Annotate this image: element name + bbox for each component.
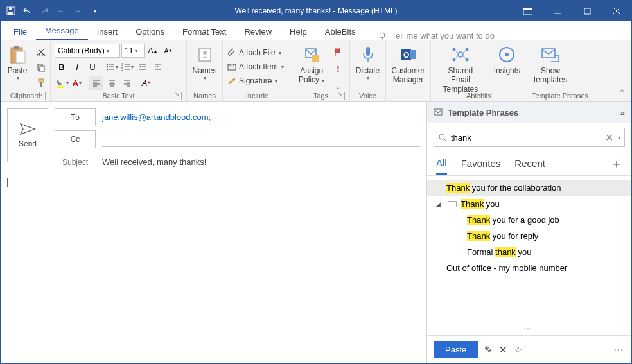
send-icon — [19, 123, 36, 135]
list-item-folder[interactable]: ◢ Thank you — [427, 196, 631, 212]
low-importance-icon[interactable]: ↓ — [331, 78, 345, 92]
tell-me-search[interactable]: Tell me what you want to do — [378, 31, 495, 40]
template-list: Thank you for the collaboration ◢ Thank … — [427, 176, 631, 322]
copy-icon[interactable] — [34, 60, 48, 74]
basic-text-dialog-launcher[interactable] — [174, 92, 182, 100]
font-color-icon[interactable]: A▾ — [70, 76, 84, 90]
list-item[interactable]: Out of office - my mobile number — [427, 260, 631, 276]
collapse-icon[interactable]: ◢ — [436, 201, 444, 207]
search-input[interactable] — [451, 133, 601, 143]
list-item[interactable]: Formal thank you — [427, 244, 631, 260]
tab-options[interactable]: Options — [127, 23, 173, 40]
dictate-button[interactable]: Dictate ▾ — [353, 42, 383, 81]
pane-tab-favorites[interactable]: Favorites — [461, 158, 501, 174]
customer-manager-button[interactable]: O CustomerManager — [389, 42, 428, 85]
pane-resize-grip[interactable]: ⋯ — [427, 322, 631, 335]
tab-file[interactable]: File — [4, 23, 36, 40]
attach-item-button[interactable]: Attach Item▾ — [225, 60, 286, 73]
search-icon — [438, 133, 447, 142]
chevron-down-icon: ▾ — [367, 75, 369, 81]
collapse-ribbon-icon[interactable]: ⌃ — [616, 87, 628, 99]
format-painter-icon[interactable] — [34, 76, 48, 90]
to-field[interactable] — [102, 110, 420, 125]
font-family-select[interactable]: Calibri (Body)▾ — [55, 44, 120, 58]
grow-font-icon[interactable]: A▲ — [146, 44, 160, 58]
flag-icon[interactable] — [331, 45, 345, 59]
svg-rect-6 — [584, 8, 590, 14]
list-item[interactable]: Thank you for the collaboration — [427, 180, 631, 196]
tags-dialog-launcher[interactable] — [337, 92, 345, 100]
align-left-icon[interactable] — [89, 76, 103, 90]
qat-dropdown-icon[interactable]: ▾ — [89, 6, 100, 16]
paste-button[interactable]: Paste ▾ — [3, 42, 31, 81]
subject-field[interactable] — [102, 155, 420, 169]
attach-file-button[interactable]: Attach File▾ — [225, 46, 283, 59]
clear-search-icon[interactable]: ✕ — [605, 132, 613, 144]
address-book-icon — [195, 44, 215, 65]
bold-icon[interactable]: B — [55, 60, 69, 74]
svg-point-68 — [452, 58, 455, 62]
maximize-button[interactable] — [572, 1, 602, 21]
align-center-icon[interactable] — [105, 76, 119, 90]
folder-icon — [448, 201, 457, 207]
font-size-select[interactable]: 11▾ — [121, 44, 145, 58]
underline-icon[interactable]: U — [85, 60, 100, 74]
tab-help[interactable]: Help — [281, 23, 316, 40]
undo-icon[interactable] — [22, 6, 33, 16]
bullets-icon[interactable]: ▾ — [105, 60, 119, 74]
delete-icon[interactable]: ✕ — [499, 344, 507, 356]
add-template-button[interactable]: ＋ — [611, 156, 622, 175]
tab-insert[interactable]: Insert — [88, 23, 127, 40]
italic-icon[interactable]: I — [70, 60, 84, 74]
list-item[interactable]: Thank you for a good job — [427, 212, 631, 228]
message-body[interactable] — [7, 178, 8, 187]
search-dropdown-icon[interactable]: ▾ — [618, 135, 620, 141]
pane-expand-icon[interactable]: » — [620, 108, 625, 117]
shrink-font-icon[interactable]: A▼ — [161, 44, 175, 58]
cut-icon[interactable] — [34, 45, 48, 59]
tab-message[interactable]: Message — [36, 22, 88, 40]
svg-point-9 — [380, 33, 385, 38]
redo-icon[interactable] — [39, 6, 49, 16]
paste-template-button[interactable]: Paste — [434, 341, 478, 358]
numbering-icon[interactable]: 123▾ — [120, 60, 134, 74]
align-right-icon[interactable] — [120, 76, 134, 90]
clipboard-dialog-launcher[interactable] — [38, 92, 46, 100]
edit-icon[interactable]: ✎ — [484, 344, 493, 356]
insights-button[interactable]: Insights — [490, 42, 524, 75]
tab-format-text[interactable]: Format Text — [173, 23, 235, 40]
tab-ablebits[interactable]: AbleBits — [316, 23, 365, 40]
ribbon-display-icon[interactable] — [513, 1, 543, 21]
star-icon[interactable]: ☆ — [514, 344, 522, 356]
cc-button[interactable]: Cc — [55, 130, 96, 148]
show-templates-button[interactable]: Showtemplates — [530, 42, 571, 85]
svg-rect-2 — [9, 7, 12, 10]
pane-tab-all[interactable]: All — [436, 157, 447, 175]
to-button[interactable]: To — [55, 108, 96, 126]
close-button[interactable] — [602, 1, 631, 21]
pen-icon — [227, 76, 236, 85]
pane-tab-recent[interactable]: Recent — [514, 158, 545, 174]
tab-review[interactable]: Review — [235, 23, 281, 40]
decrease-indent-icon[interactable] — [136, 60, 150, 74]
list-item[interactable]: Thank you for reply — [427, 228, 631, 244]
svg-rect-20 — [39, 79, 44, 82]
send-button[interactable]: Send — [7, 108, 48, 162]
high-importance-icon[interactable]: ! — [331, 62, 345, 76]
shared-email-templates-button[interactable]: Shared EmailTemplates — [434, 42, 487, 94]
svg-rect-60 — [366, 47, 370, 56]
svg-rect-59 — [312, 55, 319, 62]
signature-button[interactable]: Signature▾ — [225, 74, 279, 87]
increase-indent-icon[interactable] — [151, 60, 165, 74]
assign-policy-button[interactable]: AssignPolicy ▾ — [295, 42, 328, 85]
clear-formatting-icon[interactable]: A✖ — [139, 76, 154, 90]
pane-search-box[interactable]: ✕ ▾ — [434, 128, 625, 147]
names-button[interactable]: Names ▾ — [189, 42, 220, 81]
templates-icon — [540, 44, 561, 65]
menubar: File Message Insert Options Format Text … — [1, 21, 631, 40]
save-icon[interactable] — [6, 6, 16, 16]
more-options-icon[interactable]: ⋯ — [613, 343, 625, 356]
minimize-button[interactable] — [543, 1, 572, 21]
cc-field[interactable] — [102, 132, 420, 147]
highlight-color-icon[interactable]: ▾ — [55, 76, 69, 90]
